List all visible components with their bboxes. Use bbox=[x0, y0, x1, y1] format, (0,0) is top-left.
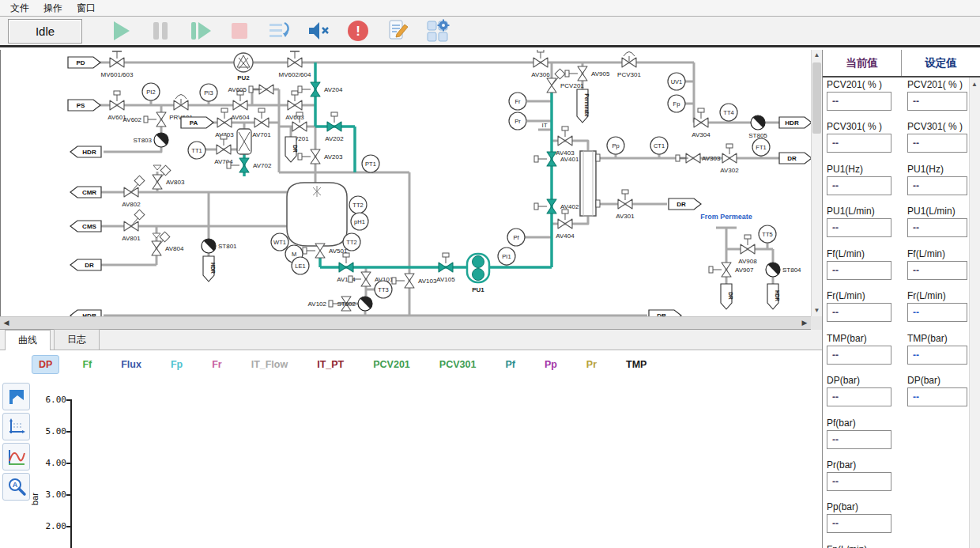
current-value-field[interactable]: -- bbox=[827, 472, 891, 491]
current-value-field[interactable]: -- bbox=[827, 303, 891, 322]
instrument-pH1[interactable]: pH1 bbox=[351, 213, 368, 230]
vscroll-thumb[interactable] bbox=[812, 62, 821, 134]
set-value-field[interactable]: -- bbox=[907, 134, 967, 153]
legend-item-TMP[interactable]: TMP bbox=[620, 356, 653, 373]
alarm-button[interactable]: ! bbox=[345, 17, 371, 44]
current-value-field[interactable]: -- bbox=[827, 218, 891, 237]
legend-item-PCV301[interactable]: PCV301 bbox=[433, 356, 483, 373]
valve-AV605[interactable]: AV605 bbox=[228, 85, 273, 94]
scroll-up-icon[interactable]: ▲ bbox=[970, 79, 979, 90]
instrument-PI2[interactable]: PI2 bbox=[142, 83, 160, 100]
scroll-right-icon[interactable]: ▶ bbox=[798, 317, 811, 329]
instrument-CT1[interactable]: CT1 bbox=[650, 137, 668, 154]
valve-AV204[interactable]: AV204 bbox=[298, 82, 343, 96]
current-value-field[interactable]: -- bbox=[827, 261, 891, 280]
instrument-TT2[interactable]: TT2 bbox=[343, 233, 360, 251]
scroll-up-icon[interactable]: ▲ bbox=[812, 50, 822, 61]
valve-MV601/603[interactable]: MV601/603 bbox=[101, 51, 134, 78]
valve-AV702[interactable]: AV702 bbox=[227, 158, 272, 172]
current-value-field[interactable]: -- bbox=[827, 134, 891, 153]
set-value-field[interactable]: -- bbox=[907, 92, 967, 111]
menu-file[interactable]: 文件 bbox=[3, 0, 36, 17]
current-value-field[interactable]: -- bbox=[827, 430, 891, 449]
strainer-ST804[interactable]: ST804 bbox=[766, 263, 801, 277]
axes-tool-button[interactable] bbox=[2, 413, 30, 440]
instrument-Fr[interactable]: Fr bbox=[509, 93, 526, 110]
strainer-ST805[interactable]: ST805 bbox=[748, 115, 767, 139]
status-button[interactable]: Idle bbox=[8, 19, 82, 43]
valve-PCV301[interactable]: PCV301 bbox=[617, 52, 641, 79]
menu-operation[interactable]: 操作 bbox=[36, 0, 70, 17]
strainer-ST803[interactable]: ST803 bbox=[133, 133, 168, 147]
pump-PU1[interactable]: PU1 bbox=[467, 254, 489, 293]
set-value-field[interactable]: -- bbox=[907, 218, 967, 237]
sequence-button[interactable] bbox=[266, 17, 292, 44]
instrument-TT4[interactable]: TT4 bbox=[720, 104, 737, 121]
set-value-field[interactable]: -- bbox=[907, 261, 967, 280]
current-value-field[interactable]: -- bbox=[827, 176, 891, 195]
current-value-field[interactable]: -- bbox=[827, 514, 891, 533]
instrument-Pp[interactable]: Pp bbox=[607, 137, 624, 154]
current-value-field[interactable]: -- bbox=[827, 92, 891, 111]
edit-note-button[interactable] bbox=[384, 17, 411, 44]
stop-button[interactable] bbox=[226, 17, 253, 44]
legend-item-DP[interactable]: DP bbox=[32, 355, 59, 374]
scroll-down-icon[interactable]: ▼ bbox=[812, 305, 822, 316]
pump-PU2[interactable]: PU2 bbox=[234, 53, 253, 81]
legend-item-Pp[interactable]: Pp bbox=[538, 356, 564, 373]
instrument-WT1[interactable]: WT1 bbox=[271, 233, 288, 251]
instrument-FT1[interactable]: FT1 bbox=[752, 138, 770, 156]
menu-window[interactable]: 窗口 bbox=[70, 0, 103, 17]
tab-curve[interactable]: 曲线 bbox=[5, 330, 51, 350]
valve-AV905[interactable]: AV905 bbox=[565, 66, 610, 81]
legend-item-IT_Flow[interactable]: IT_Flow bbox=[245, 356, 295, 373]
legend-item-Pr[interactable]: Pr bbox=[580, 356, 603, 373]
flag-tool-button[interactable] bbox=[2, 383, 30, 410]
legend-item-Ff[interactable]: Ff bbox=[76, 356, 98, 373]
current-value-field[interactable]: -- bbox=[827, 387, 891, 406]
valve-AV203[interactable]: AV203 bbox=[298, 149, 343, 164]
set-value-field[interactable]: -- bbox=[907, 303, 967, 322]
diagram-vertical-scrollbar[interactable]: ▲ ▼ bbox=[811, 50, 822, 316]
instrument-TT2[interactable]: TT2 bbox=[349, 196, 367, 214]
instrument-PT1[interactable]: PT1 bbox=[362, 155, 379, 172]
legend-item-Flux[interactable]: Flux bbox=[115, 356, 148, 373]
run-button[interactable] bbox=[107, 17, 134, 44]
valve-AV306[interactable]: AV306 bbox=[531, 50, 550, 78]
valve-AV402[interactable]: AV402 bbox=[534, 199, 579, 214]
instrument-TT1[interactable]: TT1 bbox=[188, 142, 205, 159]
curve-tool-button[interactable] bbox=[2, 443, 30, 471]
legend-item-Pf[interactable]: Pf bbox=[499, 356, 522, 373]
valve-MV602/604[interactable]: MV602/604 bbox=[279, 51, 311, 78]
strainer-ST801[interactable]: ST801 bbox=[202, 239, 237, 253]
instrument-LE1[interactable]: LE1 bbox=[292, 257, 309, 274]
tab-log[interactable]: 日志 bbox=[54, 329, 100, 350]
mute-button[interactable] bbox=[305, 17, 332, 44]
set-value-field[interactable]: -- bbox=[907, 346, 967, 365]
scroll-left-icon[interactable]: ◀ bbox=[0, 317, 13, 329]
modules-settings-button[interactable] bbox=[424, 17, 450, 44]
value-panel-scrollbar[interactable]: ▲ bbox=[969, 77, 980, 548]
valve-AV103[interactable]: AV103 bbox=[392, 274, 437, 288]
current-value-field[interactable]: -- bbox=[827, 346, 891, 365]
instrument-PI3[interactable]: PI3 bbox=[200, 84, 217, 101]
instrument-Pf[interactable]: Pf bbox=[507, 229, 525, 246]
set-value-field[interactable]: -- bbox=[907, 387, 967, 406]
legend-item-Fp[interactable]: Fp bbox=[164, 356, 189, 373]
diagram-horizontal-scrollbar[interactable]: ◀ ▶ bbox=[0, 316, 811, 330]
instrument-Fp[interactable]: Fp bbox=[668, 95, 685, 112]
step-button[interactable] bbox=[187, 17, 213, 44]
set-value-field[interactable]: -- bbox=[907, 176, 967, 195]
valve-AV303[interactable]: AV303 bbox=[676, 153, 721, 163]
legend-item-PCV201[interactable]: PCV201 bbox=[367, 356, 416, 373]
valve-AV602[interactable]: AV602 bbox=[123, 112, 166, 127]
instrument-PI1[interactable]: PI1 bbox=[498, 248, 515, 265]
instrument-TT5[interactable]: TT5 bbox=[759, 225, 776, 243]
instrument-TT3[interactable]: TT3 bbox=[375, 281, 392, 298]
legend-item-IT_PT[interactable]: IT_PT bbox=[311, 356, 350, 373]
instrument-UV1[interactable]: UV1 bbox=[668, 73, 685, 90]
zoom-tool-button[interactable]: A bbox=[2, 473, 30, 501]
legend-item-Fr[interactable]: Fr bbox=[205, 356, 228, 373]
pause-button[interactable] bbox=[147, 17, 174, 44]
instrument-Pr[interactable]: Pr bbox=[509, 112, 526, 130]
